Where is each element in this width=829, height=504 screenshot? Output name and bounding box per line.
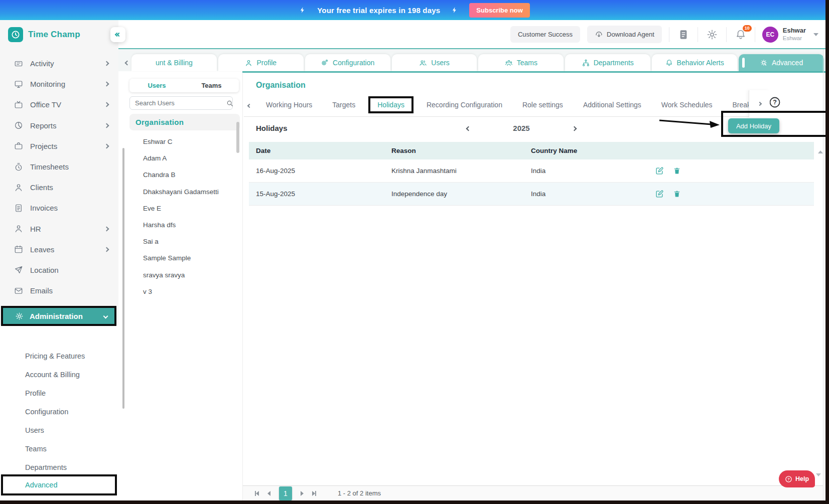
page-number-button[interactable]: 1 bbox=[279, 486, 292, 500]
tab-departments[interactable]: Departments bbox=[565, 54, 650, 71]
pie-chart-icon bbox=[14, 121, 23, 130]
sidebar-scrollbar[interactable] bbox=[122, 148, 124, 409]
tab-role-settings[interactable]: Role settings bbox=[512, 97, 573, 113]
chevron-right-icon bbox=[104, 123, 109, 128]
sidebar-item-departments[interactable]: Departments bbox=[0, 458, 118, 476]
tab-teams[interactable]: Teams bbox=[478, 54, 564, 71]
tab-configuration[interactable]: Configuration bbox=[305, 54, 390, 71]
list-item-user[interactable]: Sai a bbox=[143, 233, 238, 250]
divider bbox=[755, 27, 755, 42]
list-item-user[interactable]: Chandra B bbox=[143, 166, 238, 183]
brand: Time Champ bbox=[0, 20, 118, 49]
avatar: EC bbox=[762, 27, 778, 43]
download-agent-button[interactable]: Download Agent bbox=[587, 26, 662, 43]
table-row[interactable]: 15-Aug-2025 Independence day India bbox=[249, 183, 814, 206]
tab-behavior-alerts[interactable]: Behavior Alerts bbox=[652, 54, 737, 71]
panel-scrollbar[interactable] bbox=[236, 122, 239, 153]
sidebar-item-reports[interactable]: Reports bbox=[0, 115, 118, 136]
delete-icon[interactable] bbox=[673, 166, 681, 175]
scroll-down-icon[interactable] bbox=[816, 473, 821, 476]
list-item-user[interactable]: v 3 bbox=[143, 283, 238, 300]
tab-label: Profile bbox=[256, 59, 277, 67]
sidebar-item-invoices[interactable]: Invoices bbox=[0, 198, 118, 218]
help-button[interactable]: ? Help bbox=[779, 470, 815, 487]
chevron-down-icon bbox=[103, 313, 108, 318]
tab-teams[interactable]: Teams bbox=[184, 79, 239, 92]
sidebar-item-hr[interactable]: HR bbox=[0, 219, 118, 239]
next-year-button[interactable] bbox=[570, 120, 579, 135]
active-tab-underline bbox=[242, 71, 825, 73]
sidebar-item-administration[interactable]: Administration bbox=[3, 308, 114, 324]
list-item-user[interactable]: Adam A bbox=[143, 150, 238, 166]
tab-profile[interactable]: Profile bbox=[218, 54, 304, 71]
tab-users[interactable]: Users bbox=[129, 79, 184, 92]
svg-text:?: ? bbox=[773, 99, 777, 106]
tab-account-billing[interactable]: unt & Billing bbox=[131, 54, 217, 71]
sidebar-item-configuration[interactable]: Configuration bbox=[0, 402, 118, 421]
tab-holidays[interactable]: Holidays bbox=[368, 96, 413, 113]
first-page-button[interactable] bbox=[255, 491, 259, 496]
year-navigation: 2025 bbox=[464, 120, 579, 135]
sidebar-item-office-tv[interactable]: Office TV bbox=[0, 94, 118, 115]
delete-icon[interactable] bbox=[673, 190, 681, 198]
document-icon[interactable] bbox=[676, 29, 690, 41]
page-title: Organisation bbox=[256, 81, 306, 90]
table-scroll-up-icon[interactable] bbox=[818, 150, 823, 153]
profile-menu[interactable]: EC Eshwar Eshwar bbox=[762, 27, 818, 43]
tab-users[interactable]: Users bbox=[392, 54, 477, 71]
previous-year-button[interactable] bbox=[464, 120, 473, 135]
search-users-input[interactable] bbox=[130, 99, 226, 107]
list-item-user[interactable]: Harsha dfs bbox=[143, 217, 238, 233]
column-header-reason: Reason bbox=[384, 147, 524, 154]
users-panel: Users Teams Organisation Eshwar C Adam A… bbox=[118, 49, 242, 500]
last-page-button[interactable] bbox=[312, 491, 316, 496]
organisation-group-header[interactable]: Organisation bbox=[129, 114, 240, 130]
tab-recording-configuration[interactable]: Recording Configuration bbox=[417, 97, 512, 113]
previous-page-button[interactable] bbox=[267, 491, 270, 496]
sidebar-item-timesheets[interactable]: Timesheets bbox=[0, 156, 118, 177]
tab-targets[interactable]: Targets bbox=[322, 97, 365, 113]
sidebar-collapse-button[interactable] bbox=[110, 27, 125, 42]
sidebar-item-users[interactable]: Users bbox=[0, 421, 118, 439]
sidebar-item-label: Timesheets bbox=[30, 162, 108, 171]
edit-icon[interactable] bbox=[655, 190, 664, 198]
settings-gear-icon[interactable] bbox=[705, 29, 719, 40]
user-subname: Eshwar bbox=[783, 35, 806, 42]
subtabs-scroll-left-button[interactable] bbox=[244, 100, 256, 109]
sidebar-item-location[interactable]: Location bbox=[0, 260, 118, 280]
sidebar-item-profile[interactable]: Profile bbox=[0, 384, 118, 402]
sidebar-item-projects[interactable]: Projects bbox=[0, 136, 118, 156]
next-page-button[interactable] bbox=[301, 491, 304, 496]
sidebar-item-clients[interactable]: Clients bbox=[0, 177, 118, 198]
tabs-scroll-left-button[interactable] bbox=[123, 54, 131, 71]
sidebar-item-label: Invoices bbox=[30, 204, 108, 212]
edit-icon[interactable] bbox=[655, 166, 664, 175]
sidebar-item-advanced[interactable]: Advanced bbox=[1, 474, 117, 495]
sidebar-item-leaves[interactable]: Leaves bbox=[0, 239, 118, 260]
tab-additional-settings[interactable]: Additional Settings bbox=[573, 97, 651, 113]
list-item-user[interactable]: sravya sravya bbox=[143, 267, 238, 283]
help-icon[interactable]: ? bbox=[769, 96, 781, 108]
tab-working-hours[interactable]: Working Hours bbox=[256, 97, 322, 113]
sidebar-item-account-billing[interactable]: Account & Billing bbox=[0, 365, 118, 384]
sidebar-item-monitoring[interactable]: Monitoring bbox=[0, 74, 118, 94]
notifications-bell-icon[interactable]: 10 bbox=[734, 29, 748, 40]
list-item-user[interactable]: Eshwar C bbox=[143, 133, 238, 150]
tab-label: Teams bbox=[517, 59, 537, 67]
tab-label: Departments bbox=[594, 59, 634, 67]
table-row[interactable]: 16-Aug-2025 Krishna Janmashtami India bbox=[249, 159, 814, 183]
sidebar-item-teams[interactable]: Teams bbox=[0, 439, 118, 458]
chevron-left-icon bbox=[247, 104, 251, 108]
customer-success-button[interactable]: Customer Success bbox=[510, 26, 580, 43]
monitor-icon bbox=[14, 80, 23, 89]
holidays-table: Date Reason Country Name 16-Aug-2025 Kri… bbox=[249, 142, 814, 206]
list-item-user[interactable]: Eve E bbox=[143, 200, 238, 217]
list-item-user[interactable]: Dhakshayani Gadamsetti bbox=[143, 184, 238, 200]
tab-work-schedules[interactable]: Work Schedules bbox=[651, 97, 723, 113]
tab-advanced[interactable]: Advanced bbox=[739, 54, 824, 71]
sidebar-item-emails[interactable]: Emails bbox=[0, 280, 118, 301]
list-item-user[interactable]: Sample Sample bbox=[143, 250, 238, 266]
subscribe-now-button[interactable]: Subscribe now bbox=[469, 3, 529, 18]
sidebar-item-pricing-features[interactable]: Pricing & Features bbox=[0, 347, 118, 365]
sidebar-item-activity[interactable]: Activity bbox=[0, 53, 118, 74]
